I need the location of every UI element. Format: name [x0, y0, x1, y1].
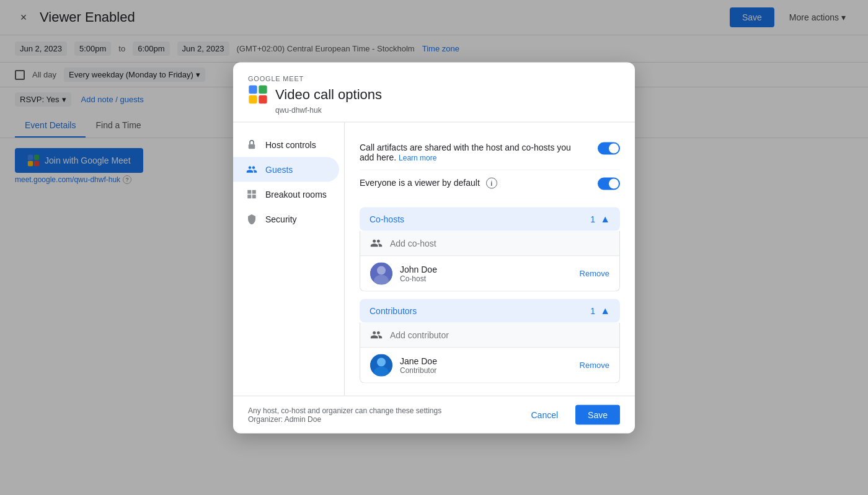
- svg-rect-5: [259, 85, 267, 93]
- footer-note: Any host, co-host and organizer can chan…: [248, 406, 441, 423]
- viewer-toggle[interactable]: [598, 177, 620, 190]
- viewer-info-icon[interactable]: i: [486, 177, 497, 188]
- add-cohost-input[interactable]: [390, 238, 609, 248]
- dialog-title: Video call options: [275, 86, 382, 102]
- john-doe-avatar-icon: [370, 262, 392, 284]
- dialog-save-button[interactable]: Save: [575, 405, 620, 424]
- dialog-subtitle: qwu-dhwf-huk: [275, 105, 620, 114]
- cohosts-collapse-icon: ▲: [600, 213, 610, 224]
- artifacts-label: Call artifacts are shared with the host …: [360, 142, 598, 162]
- dialog-footer: Any host, co-host and organizer can chan…: [233, 395, 635, 433]
- sidebar-item-label: Security: [265, 214, 297, 224]
- svg-rect-8: [249, 144, 255, 149]
- add-contributor-row: [360, 322, 619, 348]
- contributors-section-body: Jane Doe Contributor Remove: [360, 322, 620, 383]
- sidebar-item-label: Guests: [265, 164, 293, 174]
- dialog-main-content: Call artifacts are shared with the host …: [345, 122, 635, 395]
- cohost-role: Co-host: [400, 274, 572, 283]
- meet-logo-icon: [248, 84, 268, 104]
- remove-cohost-button[interactable]: Remove: [580, 269, 609, 278]
- cohosts-count: 1: [590, 214, 595, 224]
- svg-point-10: [377, 266, 386, 274]
- contributor-info: Jane Doe Contributor: [400, 356, 572, 374]
- svg-rect-4: [249, 85, 257, 93]
- sidebar-item-host-controls[interactable]: Host controls: [233, 132, 339, 157]
- add-contributor-icon: [370, 328, 383, 341]
- dialog-title-row: Video call options: [248, 84, 620, 104]
- grid-icon: [246, 188, 258, 200]
- dialog-body: Host controls Guests Breakout rooms: [233, 122, 635, 395]
- cohost-name: John Doe: [400, 264, 572, 274]
- svg-point-13: [377, 357, 386, 366]
- artifacts-toggle[interactable]: [598, 142, 620, 154]
- cohosts-section-body: John Doe Co-host Remove: [360, 230, 620, 291]
- contributors-collapse-icon: ▲: [600, 305, 610, 316]
- video-call-options-dialog: GOOGLE MEET Video call options qwu-dhwf-…: [233, 62, 635, 433]
- cohosts-title: Co-hosts: [370, 214, 404, 224]
- people-icon: [246, 163, 258, 175]
- cohost-avatar-img: [370, 262, 392, 284]
- sidebar-item-label: Host controls: [265, 139, 316, 149]
- add-cohost-row: [360, 230, 619, 256]
- footer-actions: Cancel Save: [518, 405, 620, 424]
- contributor-avatar-img: [370, 354, 392, 376]
- cohost-avatar: [370, 262, 392, 284]
- google-meet-label: GOOGLE MEET: [248, 74, 620, 82]
- artifacts-setting-row: Call artifacts are shared with the host …: [360, 134, 620, 170]
- cohost-john-doe-row: John Doe Co-host Remove: [360, 256, 619, 291]
- remove-contributor-button[interactable]: Remove: [580, 361, 609, 370]
- dialog-header: GOOGLE MEET Video call options qwu-dhwf-…: [233, 62, 635, 122]
- sidebar-item-breakout-rooms[interactable]: Breakout rooms: [233, 182, 339, 206]
- lock-icon: [246, 138, 258, 151]
- shield-icon: [246, 212, 258, 225]
- artifacts-learn-more-link[interactable]: Learn more: [399, 152, 436, 162]
- svg-rect-6: [249, 95, 257, 103]
- contributors-section-header[interactable]: Contributors 1 ▲: [360, 299, 620, 322]
- add-contributor-input[interactable]: [390, 330, 609, 339]
- viewer-default-setting-row: Everyone is a viewer by default i: [360, 170, 620, 197]
- viewer-label: Everyone is a viewer by default i: [360, 177, 598, 188]
- cohost-info: John Doe Co-host: [400, 264, 572, 283]
- contributors-count: 1: [590, 305, 595, 315]
- cancel-button[interactable]: Cancel: [518, 405, 570, 424]
- contributor-name: Jane Doe: [400, 356, 572, 366]
- cohosts-section-header[interactable]: Co-hosts 1 ▲: [360, 207, 620, 230]
- contributors-title: Contributors: [370, 305, 417, 315]
- jane-doe-avatar-icon: [370, 354, 392, 376]
- contributor-jane-doe-row: Jane Doe Contributor Remove: [360, 348, 619, 382]
- dialog-sidebar: Host controls Guests Breakout rooms: [233, 122, 345, 395]
- svg-rect-7: [259, 95, 267, 103]
- sidebar-item-label: Breakout rooms: [265, 189, 327, 199]
- add-cohost-icon: [370, 237, 383, 249]
- contributor-avatar: [370, 354, 392, 376]
- sidebar-item-guests[interactable]: Guests: [233, 157, 339, 182]
- contributor-role: Contributor: [400, 366, 572, 374]
- sidebar-item-security[interactable]: Security: [233, 206, 339, 231]
